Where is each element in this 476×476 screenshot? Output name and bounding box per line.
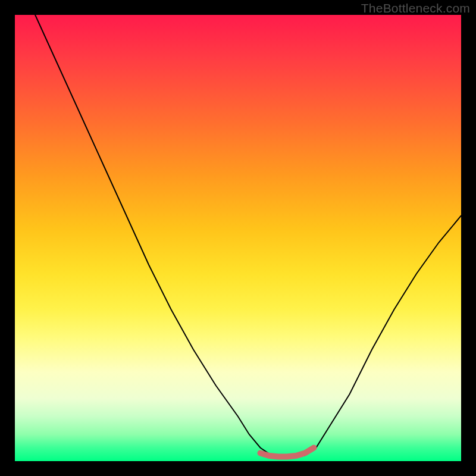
- bottleneck-curve: [15, 15, 461, 458]
- watermark-text: TheBottleneck.com: [361, 1, 470, 15]
- optimal-range-marker: [261, 448, 314, 457]
- plot-area: [15, 15, 461, 461]
- curve-layer: [15, 15, 461, 461]
- chart-frame: TheBottleneck.com: [0, 0, 476, 476]
